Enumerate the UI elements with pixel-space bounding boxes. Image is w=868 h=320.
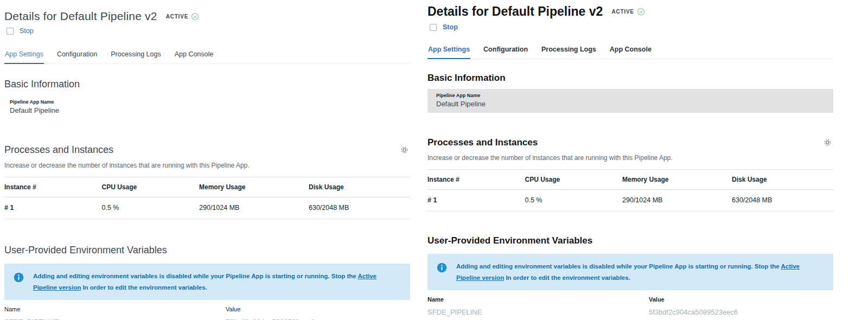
env-var-row: Name Value: [4, 306, 410, 320]
env-value-input[interactable]: [649, 303, 828, 320]
info-alert: Adding and editing environment variables…: [427, 254, 833, 290]
instances-table: Instance # CPU Usage Memory Usage Disk U…: [4, 177, 410, 219]
alert-text-before: Adding and editing environment variables…: [456, 263, 781, 270]
processes-heading-row: Processes and Instances: [427, 137, 833, 148]
col-cpu: CPU Usage: [525, 170, 623, 190]
env-name-input[interactable]: [4, 312, 195, 320]
tab-configuration[interactable]: Configuration: [483, 46, 528, 59]
alert-text: Adding and editing environment variables…: [456, 261, 824, 283]
page: Details for Default Pipeline v2 ACTIVE S…: [0, 0, 868, 320]
info-icon: [14, 272, 24, 283]
pipeline-app-name-value: Default Pipeline: [436, 100, 825, 108]
status-badge: ACTIVE: [166, 12, 199, 21]
basic-information-heading: Basic Information: [4, 79, 410, 90]
table-header-row: Instance # CPU Usage Memory Usage Disk U…: [427, 170, 833, 190]
pipeline-app-name-label: Pipeline App Name: [436, 93, 825, 98]
alert-text: Adding and editing environment variables…: [33, 271, 400, 293]
cell-instance: # 1: [4, 197, 102, 219]
processes-heading: Processes and Instances: [4, 144, 113, 156]
col-memory: Memory Usage: [199, 177, 309, 197]
tab-configuration[interactable]: Configuration: [56, 50, 98, 63]
processes-heading-row: Processes and Instances: [4, 144, 410, 156]
pipeline-app-name-value: Default Pipeline: [10, 106, 410, 114]
pipeline-app-name-field: Pipeline App Name Default Pipeline: [4, 96, 410, 119]
cell-memory: 290/1024 MB: [622, 190, 732, 212]
env-value-label: Value: [649, 296, 828, 303]
stop-control[interactable]: Stop: [4, 27, 410, 35]
stop-checkbox[interactable]: [430, 24, 437, 31]
tab-app-settings[interactable]: App Settings: [4, 50, 44, 64]
env-name-label: Name: [4, 306, 195, 312]
cell-disk: 630/2048 MB: [732, 190, 833, 212]
env-value-field: Value: [649, 296, 828, 320]
tab-processing-logs[interactable]: Processing Logs: [541, 46, 597, 59]
cell-instance: # 1: [427, 190, 525, 212]
status-badge-label: ACTIVE: [611, 9, 634, 15]
check-circle-icon: [637, 8, 645, 16]
env-name-label: Name: [427, 296, 618, 303]
check-circle-icon: [191, 12, 199, 21]
tab-bar: App Settings Configuration Processing Lo…: [427, 46, 833, 59]
env-value-field: Value: [226, 306, 405, 320]
cell-cpu: 0.5 %: [525, 190, 623, 212]
stop-label[interactable]: Stop: [20, 27, 34, 35]
tab-bar: App Settings Configuration Processing Lo…: [4, 50, 410, 64]
info-icon: [437, 263, 447, 273]
stop-checkbox[interactable]: [7, 28, 14, 35]
col-instance: Instance #: [4, 177, 102, 197]
env-vars-heading: User-Provided Environment Variables: [4, 245, 410, 256]
tab-app-console[interactable]: App Console: [174, 50, 214, 63]
env-name-field: Name: [4, 306, 195, 320]
processes-description: Increase or decrease the number of insta…: [4, 162, 410, 169]
col-disk: Disk Usage: [309, 177, 410, 197]
cell-memory: 290/1024 MB: [199, 197, 309, 219]
page-title: Details for Default Pipeline v2: [4, 10, 157, 23]
basic-information-heading: Basic Information: [427, 73, 833, 84]
table-header-row: Instance # CPU Usage Memory Usage Disk U…: [4, 177, 410, 197]
info-alert: Adding and editing environment variables…: [4, 264, 410, 300]
table-row: # 1 0.5 % 290/1024 MB 630/2048 MB: [427, 190, 833, 212]
title-row: Details for Default Pipeline v2 ACTIVE: [427, 4, 833, 19]
table-row: # 1 0.5 % 290/1024 MB 630/2048 MB: [4, 197, 410, 219]
env-value-label: Value: [226, 306, 405, 312]
stop-control[interactable]: Stop: [427, 23, 833, 31]
cell-disk: 630/2048 MB: [309, 197, 410, 219]
pipeline-app-name-field: Pipeline App Name Default Pipeline: [427, 89, 833, 113]
status-badge-label: ACTIVE: [166, 14, 188, 20]
env-vars-heading: User-Provided Environment Variables: [427, 235, 833, 246]
panel-left: Details for Default Pipeline v2 ACTIVE S…: [4, 0, 410, 320]
stop-label[interactable]: Stop: [443, 23, 458, 31]
env-var-row: Name Value: [427, 296, 833, 320]
gear-icon: [823, 139, 832, 149]
settings-gear-button[interactable]: [399, 144, 410, 156]
panel-right: Details for Default Pipeline v2 ACTIVE S…: [427, 0, 833, 320]
alert-text-before: Adding and editing environment variables…: [33, 273, 358, 279]
status-badge: ACTIVE: [611, 8, 644, 16]
page-title: Details for Default Pipeline v2: [427, 4, 603, 19]
processes-description: Increase or decrease the number of insta…: [427, 154, 833, 162]
settings-gear-button[interactable]: [822, 137, 833, 148]
tab-processing-logs[interactable]: Processing Logs: [110, 50, 161, 63]
alert-text-after: In order to edit the environment variabl…: [81, 284, 207, 291]
alert-text-after: In order to edit the environment variabl…: [504, 274, 630, 281]
col-instance: Instance #: [427, 170, 525, 190]
instances-table: Instance # CPU Usage Memory Usage Disk U…: [427, 169, 833, 212]
col-disk: Disk Usage: [732, 170, 833, 190]
env-value-input[interactable]: [226, 312, 405, 320]
cell-cpu: 0.5 %: [102, 197, 200, 219]
col-cpu: CPU Usage: [102, 177, 200, 197]
tab-app-console[interactable]: App Console: [609, 46, 652, 59]
gear-icon: [400, 147, 409, 156]
pipeline-app-name-label: Pipeline App Name: [10, 99, 410, 105]
env-name-field: Name: [427, 296, 618, 320]
tab-app-settings[interactable]: App Settings: [427, 46, 470, 59]
processes-heading: Processes and Instances: [427, 137, 538, 148]
env-name-input[interactable]: [427, 303, 618, 320]
col-memory: Memory Usage: [622, 170, 732, 190]
title-row: Details for Default Pipeline v2 ACTIVE: [4, 10, 410, 23]
